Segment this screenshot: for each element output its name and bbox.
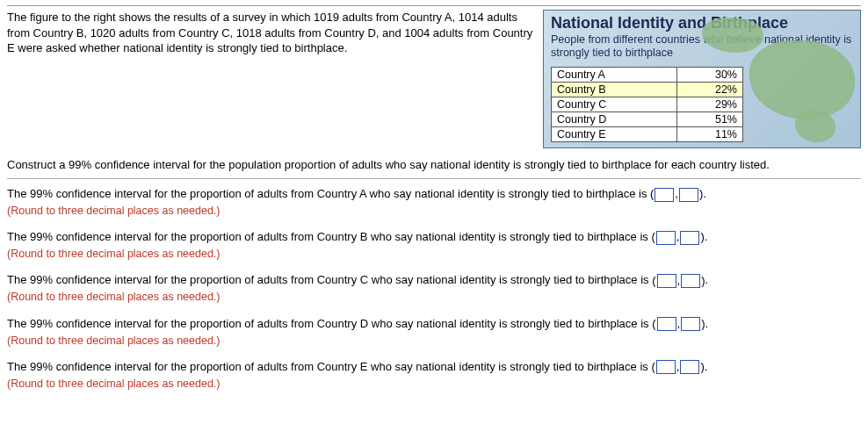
table-row: Country A30% xyxy=(552,68,743,83)
question-block: The 99% confidence interval for the prop… xyxy=(7,186,861,219)
percent-cell: 11% xyxy=(677,127,743,142)
question-text: The 99% confidence interval for the prop… xyxy=(7,360,651,373)
table-row: Country D51% xyxy=(552,112,743,127)
comma: , xyxy=(677,316,681,333)
ci-lower-input[interactable] xyxy=(656,360,676,374)
ci-lower-input[interactable] xyxy=(657,274,676,288)
question-block: The 99% confidence interval for the prop… xyxy=(7,272,861,305)
construct-prompt: Construct a 99% confidence interval for … xyxy=(7,157,861,173)
ci-lower-input[interactable] xyxy=(655,188,674,202)
ci-lower-input[interactable] xyxy=(656,231,676,245)
percent-cell: 22% xyxy=(677,83,743,97)
rounding-hint: (Round to three decimal places as needed… xyxy=(7,289,861,305)
question-text: The 99% confidence interval for the prop… xyxy=(7,273,652,286)
percent-cell: 29% xyxy=(677,97,743,112)
period: . xyxy=(705,273,708,286)
rounding-hint: (Round to three decimal places as needed… xyxy=(7,376,861,392)
country-cell: Country E xyxy=(552,127,677,142)
answer-inputs: (,) xyxy=(652,273,705,290)
table-row: Country B22% xyxy=(552,83,743,97)
paren-open: ( xyxy=(651,359,655,376)
divider xyxy=(7,178,861,179)
survey-table: Country A30%Country B22%Country C29%Coun… xyxy=(551,67,743,142)
answer-inputs: (,) xyxy=(650,186,703,203)
rounding-hint: (Round to three decimal places as needed… xyxy=(7,203,861,219)
percent-cell: 51% xyxy=(677,112,743,127)
comma: , xyxy=(677,273,681,290)
problem-intro: The figure to the right shows the result… xyxy=(7,10,539,148)
period: . xyxy=(705,230,708,243)
answer-inputs: (,) xyxy=(651,229,704,246)
question-text: The 99% confidence interval for the prop… xyxy=(7,187,650,200)
question-block: The 99% confidence interval for the prop… xyxy=(7,316,861,349)
country-cell: Country A xyxy=(552,68,677,83)
question-text: The 99% confidence interval for the prop… xyxy=(7,317,652,330)
map-shape xyxy=(749,40,855,119)
comma: , xyxy=(675,186,678,203)
answer-inputs: (,) xyxy=(652,316,705,333)
comma: , xyxy=(676,359,680,376)
period: . xyxy=(703,187,706,200)
rounding-hint: (Round to three decimal places as needed… xyxy=(7,333,861,349)
country-cell: Country D xyxy=(552,112,677,127)
country-cell: Country C xyxy=(552,97,677,112)
paren-open: ( xyxy=(651,229,655,246)
question-block: The 99% confidence interval for the prop… xyxy=(7,229,861,262)
ci-upper-input[interactable] xyxy=(679,188,698,202)
question-block: The 99% confidence interval for the prop… xyxy=(7,359,861,392)
ci-upper-input[interactable] xyxy=(681,317,700,331)
country-cell: Country B xyxy=(552,83,677,97)
ci-upper-input[interactable] xyxy=(681,274,700,288)
period: . xyxy=(705,317,708,330)
paren-open: ( xyxy=(652,316,655,333)
percent-cell: 30% xyxy=(677,68,743,83)
question-text: The 99% confidence interval for the prop… xyxy=(7,230,651,243)
comma: , xyxy=(676,229,680,246)
paren-open: ( xyxy=(652,273,655,290)
paren-open: ( xyxy=(650,186,654,203)
rounding-hint: (Round to three decimal places as needed… xyxy=(7,246,861,262)
map-shape xyxy=(795,111,835,142)
ci-upper-input[interactable] xyxy=(680,360,699,374)
table-row: Country E11% xyxy=(552,127,743,142)
ci-lower-input[interactable] xyxy=(657,317,676,331)
answer-inputs: (,) xyxy=(651,359,704,376)
table-row: Country C29% xyxy=(552,97,743,112)
period: . xyxy=(705,360,708,373)
figure-panel: National Identity and Birthplace People … xyxy=(543,10,861,148)
ci-upper-input[interactable] xyxy=(680,231,699,245)
